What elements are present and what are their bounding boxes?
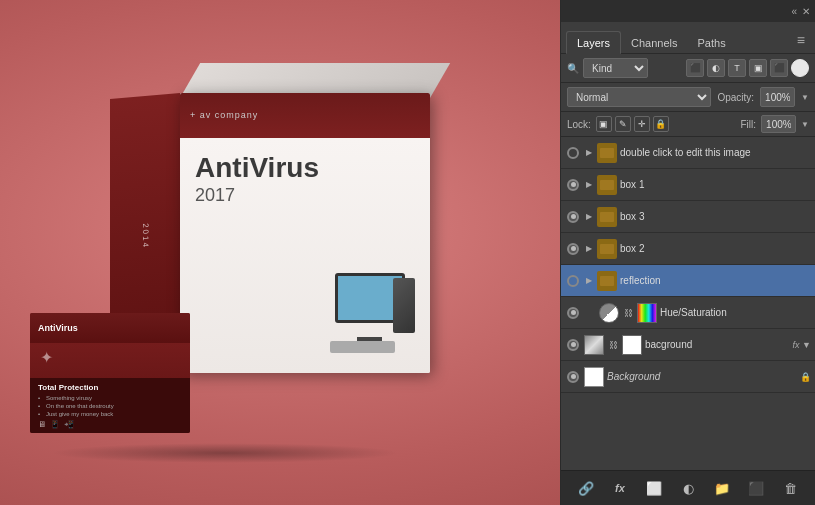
panel-menu-icon[interactable]: ≡ xyxy=(792,27,810,53)
layer-eye-box2[interactable] xyxy=(565,241,581,257)
total-protection-label: Total Protection xyxy=(38,383,182,392)
layer-folder-box1 xyxy=(597,175,617,195)
tab-channels[interactable]: Channels xyxy=(621,32,687,53)
layer-adj-icon-hue-sat xyxy=(599,303,619,323)
layer-folder-reflection xyxy=(597,271,617,291)
toolbar-delete-btn[interactable]: 🗑 xyxy=(779,477,801,499)
layer-eye-box1[interactable] xyxy=(565,177,581,193)
box-small-content: ✦ xyxy=(30,343,190,353)
layer-item-box2[interactable]: ▶ box 2 xyxy=(561,233,815,265)
layers-panel: « ✕ Layers Channels Paths ≡ 🔍 Kind ⬛ ◐ T… xyxy=(560,0,815,505)
bullet-list: Something virusy On the one that destrou… xyxy=(38,395,182,417)
filter-adj-btn[interactable]: ◐ xyxy=(707,59,725,77)
vis-dot-double-click xyxy=(567,147,579,159)
layer-folder-box3 xyxy=(597,207,617,227)
layer-thumb-bacground xyxy=(584,335,604,355)
blend-mode-select[interactable]: Normal xyxy=(567,87,711,107)
layer-eye-double-click[interactable] xyxy=(565,145,581,161)
layer-name-hue-sat: Hue/Saturation xyxy=(660,307,811,318)
collapse-icon[interactable]: « xyxy=(791,6,797,17)
layer-fx-badge: fx ▼ xyxy=(793,340,811,350)
layer-name-background: Background xyxy=(607,371,797,382)
layer-arrow-box1[interactable]: ▶ xyxy=(584,177,594,193)
fill-input[interactable] xyxy=(761,115,796,133)
layer-name-bacground: bacground xyxy=(645,339,788,350)
layer-eye-reflection[interactable] xyxy=(565,273,581,289)
layer-item-hue-sat[interactable]: ⛓ Hue/Saturation xyxy=(561,297,815,329)
layer-chain-bacground[interactable]: ⛓ xyxy=(607,335,619,355)
vis-dot-reflection xyxy=(567,275,579,287)
lock-label: Lock: xyxy=(567,119,591,130)
layer-arrow-reflection[interactable]: ▶ xyxy=(584,273,594,289)
layers-list: ▶ double click to edit this image ▶ box … xyxy=(561,137,815,470)
toolbar-adjustment-btn[interactable]: ◐ xyxy=(677,477,699,499)
panel-toolbar: 🔗 fx ⬜ ◐ 📁 ⬛ 🗑 xyxy=(561,470,815,505)
layer-eye-background[interactable] xyxy=(565,369,581,385)
tab-layers[interactable]: Layers xyxy=(566,31,621,54)
keyboard xyxy=(330,341,395,353)
layer-chain-hue-sat[interactable]: ⛓ xyxy=(622,303,634,323)
filter-type-btn[interactable]: T xyxy=(728,59,746,77)
mobile-icon: 📲 xyxy=(64,420,74,429)
box-small-logo: ✦ xyxy=(40,348,53,367)
toolbar-link-btn[interactable]: 🔗 xyxy=(575,477,597,499)
layer-item-bacground[interactable]: ⛓ bacground fx ▼ xyxy=(561,329,815,361)
opacity-input[interactable] xyxy=(760,87,795,107)
filter-kind-select[interactable]: Kind xyxy=(583,58,648,78)
company-name: + av company xyxy=(190,110,258,120)
layer-eye-hue-sat[interactable] xyxy=(565,305,581,321)
lock-position-btn[interactable]: ✛ xyxy=(634,116,650,132)
filter-icons: ⬛ ◐ T ▣ ⬛ xyxy=(686,59,809,77)
filter-active-btn[interactable] xyxy=(791,59,809,77)
toolbar-new-layer-btn[interactable]: ⬛ xyxy=(745,477,767,499)
layer-eye-bacground[interactable] xyxy=(565,337,581,353)
filter-row: 🔍 Kind ⬛ ◐ T ▣ ⬛ xyxy=(561,54,815,83)
layer-name-box1: box 1 xyxy=(620,179,811,190)
filter-smart-btn[interactable]: ⬛ xyxy=(770,59,788,77)
box-small-bottom: Total Protection Something virusy On the… xyxy=(30,378,190,433)
close-icon[interactable]: ✕ xyxy=(802,6,810,17)
layer-item-box1[interactable]: ▶ box 1 xyxy=(561,169,815,201)
lock-all-btn[interactable]: 🔒 xyxy=(653,116,669,132)
box-shadow xyxy=(50,443,400,463)
box-mockup: 2014 + av company AntiVirus 2017 xyxy=(30,43,530,463)
antivirus-year: 2017 xyxy=(195,185,415,206)
lock-row: Lock: ▣ ✎ ✛ 🔒 Fill: ▼ xyxy=(561,112,815,137)
filter-shape-btn[interactable]: ▣ xyxy=(749,59,767,77)
layer-arrow-double-click[interactable]: ▶ xyxy=(584,145,594,161)
layer-item-background[interactable]: Background 🔒 xyxy=(561,361,815,393)
toolbar-fx-btn[interactable]: fx xyxy=(609,477,631,499)
toolbar-folder-btn[interactable]: 📁 xyxy=(711,477,733,499)
layer-item-reflection[interactable]: ▶ reflection xyxy=(561,265,815,297)
opacity-arrow: ▼ xyxy=(801,93,809,102)
layer-eye-box3[interactable] xyxy=(565,209,581,225)
bullet-1: Something virusy xyxy=(38,395,182,401)
layer-arrow-box2[interactable]: ▶ xyxy=(584,241,594,257)
toolbar-mask-btn[interactable]: ⬜ xyxy=(643,477,665,499)
lock-pixels-btn[interactable]: ✎ xyxy=(615,116,631,132)
layer-item-double-click[interactable]: ▶ double click to edit this image xyxy=(561,137,815,169)
vis-dot-background xyxy=(567,371,579,383)
tablet-icon: 📱 xyxy=(50,420,60,429)
panel-header-bar: « ✕ xyxy=(561,0,815,22)
tab-paths[interactable]: Paths xyxy=(688,32,736,53)
fill-arrow: ▼ xyxy=(801,120,809,129)
layer-thumb-hue-sat xyxy=(637,303,657,323)
vis-dot-bacground xyxy=(567,339,579,351)
bullet-3: Just give my money back xyxy=(38,411,182,417)
layer-thumb-background xyxy=(584,367,604,387)
canvas-area: 2014 + av company AntiVirus 2017 xyxy=(0,0,560,505)
vis-dot-box3 xyxy=(567,211,579,223)
layer-extra-thumb-bacground xyxy=(622,335,642,355)
layer-name-box2: box 2 xyxy=(620,243,811,254)
filter-pixel-btn[interactable]: ⬛ xyxy=(686,59,704,77)
panel-tabs: Layers Channels Paths ≡ xyxy=(561,22,815,54)
vis-dot-box2 xyxy=(567,243,579,255)
small-box-title: AntiVirus xyxy=(38,323,78,333)
layer-name-box3: box 3 xyxy=(620,211,811,222)
layer-arrow-box3[interactable]: ▶ xyxy=(584,209,594,225)
antivirus-title: AntiVirus xyxy=(195,153,415,184)
layer-folder-box2 xyxy=(597,239,617,259)
lock-transparent-btn[interactable]: ▣ xyxy=(596,116,612,132)
layer-item-box3[interactable]: ▶ box 3 xyxy=(561,201,815,233)
